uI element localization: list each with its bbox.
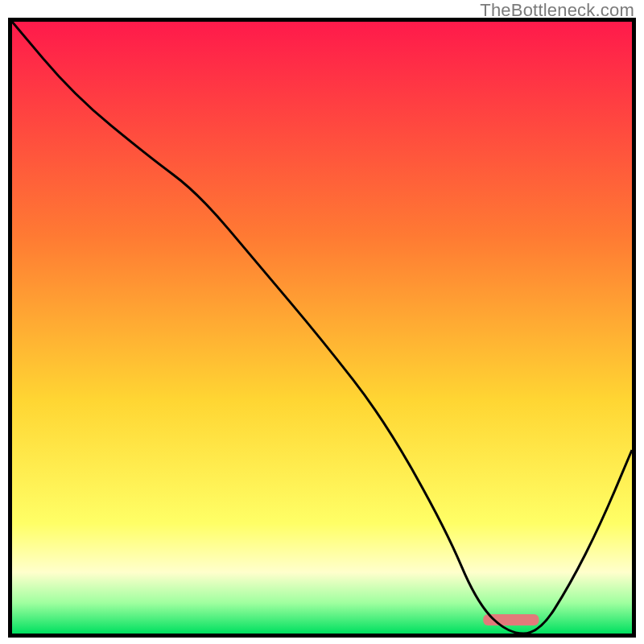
chart-frame (8, 18, 636, 638)
bottleneck-chart (12, 22, 632, 634)
gradient-background (12, 22, 632, 634)
